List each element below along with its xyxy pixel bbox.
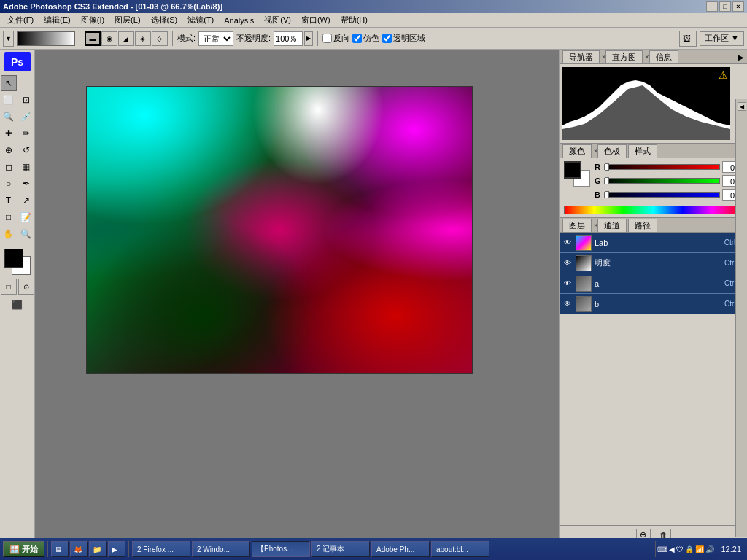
hand-tool[interactable]: ✋ — [1, 226, 17, 242]
collapse-arrow-top[interactable]: ◀ — [738, 102, 746, 111]
angle-gradient-btn[interactable]: ◢ — [118, 31, 134, 46]
show-desktop-btn[interactable]: 🖥 — [51, 541, 69, 557]
color-spectrum[interactable] — [564, 206, 743, 214]
taskbar-windows[interactable]: 2 Windo... — [192, 541, 250, 557]
g-slider-thumb[interactable] — [605, 177, 609, 184]
taskbar-photoshop[interactable]: 【Photos... — [252, 541, 310, 557]
path-select-tool[interactable]: ↗ — [18, 192, 34, 209]
reflected-gradient-btn[interactable]: ◈ — [135, 31, 151, 46]
transparency-checkbox-label[interactable]: 透明区域 — [382, 33, 425, 44]
crop-tool[interactable]: ⊡ — [18, 92, 34, 108]
eye-icon-lightness[interactable]: 👁 — [562, 258, 573, 268]
tab-navigator[interactable]: 导航器 — [562, 50, 600, 63]
channel-row-lightness[interactable]: 👁 明度 Ctrl+1 — [560, 253, 747, 273]
gradient-preview[interactable] — [17, 31, 75, 46]
menu-view[interactable]: 视图(V) — [260, 14, 295, 26]
start-button[interactable]: 🪟 开始 — [3, 541, 44, 557]
eraser-tool[interactable]: ◻ — [1, 159, 17, 175]
dodge-tool[interactable]: ○ — [1, 176, 17, 192]
reverse-checkbox-label[interactable]: 反向 — [322, 33, 349, 44]
taskbar-about[interactable]: about:bl... — [431, 541, 489, 557]
taskbar-firefox[interactable]: 2 Firefox ... — [132, 541, 190, 557]
opacity-arrow[interactable]: ▶ — [304, 31, 313, 46]
menu-layer[interactable]: 图层(L) — [110, 14, 144, 26]
menu-filter[interactable]: 滤镜(T) — [183, 14, 218, 26]
diamond-gradient-btn[interactable]: ◇ — [152, 31, 168, 46]
shape-tool[interactable]: □ — [1, 209, 17, 225]
marquee-tool[interactable]: ⬜ — [1, 92, 17, 108]
spot-heal-tool[interactable]: ✚ — [1, 125, 17, 141]
eye-icon-a[interactable]: 👁 — [562, 279, 573, 289]
canvas-image[interactable] — [86, 86, 473, 374]
pen-tool[interactable]: ✒ — [18, 176, 34, 192]
channel-row-b[interactable]: 👁 b Ctrl+3 — [560, 294, 747, 314]
tab-info[interactable]: 信息 — [649, 50, 678, 63]
window-controls[interactable]: _ □ × — [706, 1, 744, 12]
taskbar-adobe[interactable]: Adobe Ph... — [371, 541, 430, 557]
explorer-quick-btn[interactable]: 📁 — [89, 541, 107, 557]
tab-layers[interactable]: 图层 — [562, 219, 592, 232]
r-slider-thumb[interactable] — [605, 163, 609, 171]
gradient-tool[interactable]: ▦ — [18, 159, 34, 175]
dither-checkbox-label[interactable]: 仿色 — [352, 33, 379, 44]
channel-row-a[interactable]: 👁 a Ctrl+2 — [560, 273, 747, 294]
system-time: 12:21 — [718, 545, 744, 553]
radial-gradient-btn[interactable]: ◉ — [101, 31, 117, 46]
b-slider-thumb[interactable] — [605, 191, 609, 198]
taskbar-notepad[interactable]: 2 记事本 — [311, 541, 370, 557]
zoom-tool[interactable]: 🔍 — [1, 109, 17, 125]
tab-styles[interactable]: 样式 — [628, 144, 657, 158]
r-slider-track[interactable] — [604, 164, 720, 170]
standard-mode-btn[interactable]: □ — [1, 279, 17, 295]
eye-icon-lab[interactable]: 👁 — [562, 238, 573, 248]
transparency-checkbox[interactable] — [382, 34, 392, 43]
tab-paths[interactable]: 路径 — [628, 219, 657, 232]
dither-checkbox[interactable] — [352, 34, 362, 43]
media-quick-btn[interactable]: ▶ — [108, 541, 125, 557]
notes-tool[interactable]: 📝 — [18, 209, 34, 225]
zoom-tool-2[interactable]: 🔍 — [18, 226, 34, 242]
brush-tool[interactable]: ✏ — [18, 125, 34, 141]
channel-row-lab[interactable]: 👁 Lab Ctrl+~ — [560, 233, 747, 253]
reverse-checkbox[interactable] — [322, 34, 332, 43]
eyedropper-tool[interactable]: 💉 — [18, 109, 34, 125]
opacity-input[interactable] — [274, 31, 303, 46]
menu-help[interactable]: 帮助(H) — [336, 14, 372, 26]
stamp-tool[interactable]: ⊕ — [1, 142, 17, 158]
firefox-quick-btn[interactable]: 🦊 — [70, 541, 88, 557]
menu-file[interactable]: 文件(F) — [3, 14, 38, 26]
eye-icon-b[interactable]: 👁 — [562, 299, 573, 309]
fg-color-box[interactable] — [564, 161, 581, 179]
close-button[interactable]: × — [732, 1, 744, 12]
foreground-color-swatch[interactable] — [4, 249, 23, 268]
linear-gradient-btn[interactable]: ▬ — [85, 31, 101, 46]
lasso-tool[interactable] — [18, 75, 34, 91]
type-tool[interactable]: T — [1, 192, 17, 209]
mode-label: 模式: — [177, 33, 196, 44]
menu-image[interactable]: 图像(I) — [77, 14, 109, 26]
move-tool[interactable]: ↖ — [1, 75, 17, 91]
menu-window[interactable]: 窗口(W) — [297, 14, 335, 26]
minimize-button[interactable]: _ — [706, 1, 718, 12]
mode-select[interactable]: 正常 — [198, 31, 233, 46]
tab-swatches[interactable]: 色板 — [597, 144, 627, 158]
options-toolbar: ▼ ▬ ◉ ◢ ◈ ◇ 模式: 正常 不透明度: ▶ 反向 仿色 透明区域 🖼 … — [0, 28, 747, 50]
menu-select[interactable]: 选择(S) — [147, 14, 182, 26]
workspace-button[interactable]: 工作区 ▼ — [700, 31, 744, 46]
navigator-menu-btn[interactable]: ▶ — [738, 53, 744, 61]
history-tool[interactable]: ↺ — [18, 142, 34, 158]
screen-mode-btn[interactable]: ⬛ — [9, 297, 26, 313]
workspace-icon-btn[interactable]: 🖼 — [679, 31, 697, 47]
channel-name-a: a — [595, 279, 721, 288]
quick-mask-btn[interactable]: ⊙ — [18, 279, 34, 295]
menu-edit[interactable]: 编辑(E) — [39, 14, 75, 26]
menu-analysis[interactable]: Analysis — [220, 15, 258, 26]
tray-arrow-icon[interactable]: ◀ — [669, 545, 675, 553]
tab-color[interactable]: 颜色 — [562, 144, 592, 158]
tab-histogram[interactable]: 直方图 — [605, 50, 643, 63]
g-slider-track[interactable] — [604, 178, 720, 184]
b-slider-track[interactable] — [604, 192, 720, 198]
tool-preset-button[interactable]: ▼ — [3, 31, 14, 47]
maximize-button[interactable]: □ — [719, 1, 731, 12]
tab-channels[interactable]: 通道 — [597, 219, 627, 232]
